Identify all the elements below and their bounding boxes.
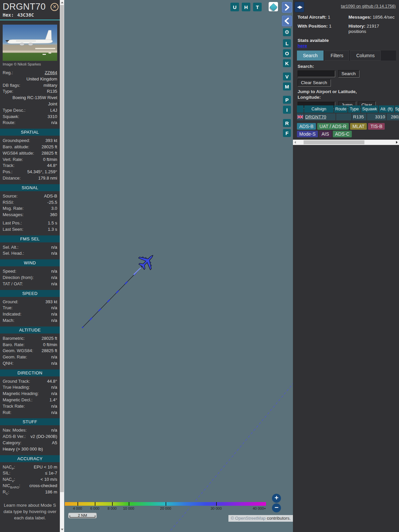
with-position-stat: With Position: 1 [298, 24, 348, 34]
column-header-route[interactable]: Route [334, 105, 347, 113]
data-value: -25.5 [47, 200, 57, 206]
data-value: n/a [51, 268, 57, 275]
data-label: Baro. Rate: [3, 342, 25, 348]
aircraft-table-header: CallsignRouteTypeSquawkAlt. (ft)Sp [297, 105, 399, 113]
map-button-t[interactable]: T [253, 3, 262, 11]
map-button-h[interactable]: H [242, 3, 250, 11]
panel-horizontal-scrollbar[interactable] [293, 140, 399, 145]
data-value: 28025 ft [42, 335, 57, 342]
data-label: TAT / OAT: [3, 281, 23, 287]
layer-switcher-button[interactable] [269, 2, 278, 11]
map-button-l[interactable]: L [283, 39, 291, 47]
zoom-in-button[interactable]: + [272, 494, 281, 503]
expand-right-button[interactable] [282, 2, 292, 13]
scroll-up-icon[interactable] [61, 2, 64, 3]
tab-filters[interactable]: Filters [325, 51, 349, 61]
search-input[interactable] [298, 70, 335, 77]
map-button-f[interactable]: F [283, 129, 291, 137]
altitude-legend-labels: 4 0006 0008 00010 00020 00030 00040 000+ [65, 506, 266, 511]
stats-here-link[interactable]: here [298, 43, 307, 48]
data-value: 1.3 s [48, 226, 57, 233]
info-row: Squawk:3310 [0, 114, 60, 120]
map-button-i[interactable]: I [283, 106, 291, 114]
scroll-down-icon[interactable] [61, 529, 64, 530]
filter-badge-mlat[interactable]: MLAT [350, 123, 367, 130]
legend-tick [77, 502, 78, 506]
column-header-altft[interactable]: Alt. (ft) [379, 105, 394, 113]
altitude-legend-bar [65, 502, 266, 506]
column-header-squawk[interactable]: Squawk [361, 105, 378, 113]
close-icon[interactable]: ✕ [51, 3, 59, 11]
data-value: 54.345°, 1.259° [27, 169, 57, 175]
section-header-spatial: SPATIAL [0, 129, 60, 136]
data-label: Baro. altitude: [3, 144, 29, 150]
data-row: True Heading:n/a [0, 384, 60, 391]
data-row: Heavy (> 300 000 lb) [0, 446, 60, 453]
aircraft-photo[interactable] [3, 25, 57, 61]
data-value: < 10 m/s [41, 476, 57, 483]
data-row: Sel. Alt.:n/a [0, 244, 60, 251]
filter-badge-ads-c[interactable]: ADS-C [333, 131, 352, 137]
legend-tick [112, 502, 113, 506]
data-value: 393 kt [46, 138, 57, 144]
map-button-o[interactable]: O [283, 49, 291, 57]
section-header-fms-sel: FMS SEL [0, 235, 60, 242]
filter-badge-ais[interactable]: AIS [319, 131, 332, 137]
registration-link[interactable]: ZZ664 [45, 70, 57, 76]
panel-width-toggle-button[interactable]: ◀▶ [295, 2, 304, 12]
column-header-type[interactable]: Type [348, 105, 360, 113]
data-row: NACV:< 10 m/s [0, 476, 60, 483]
callsign-link[interactable]: DRGNT70 [305, 114, 326, 119]
filter-badge-tis-b[interactable]: TIS-B [368, 123, 385, 130]
map-button-u[interactable]: U [230, 3, 239, 11]
aircraft-table-row[interactable]: DRGNT70R135331028025 [297, 113, 399, 120]
scroll-right-icon[interactable] [396, 141, 398, 144]
total-aircraft-label: Total Aircraft: [298, 15, 327, 20]
data-row: RSSI:-25.5 [0, 200, 60, 206]
map-button-v[interactable]: V [283, 72, 291, 80]
horizontal-scrollbar-thumb[interactable] [304, 140, 364, 144]
settings-button[interactable]: ⚙ [283, 28, 291, 36]
data-label: Vert. Rate: [3, 157, 23, 163]
data-row: Sel. Head.:n/a [0, 250, 60, 257]
scroll-left-icon[interactable] [294, 141, 296, 144]
tar1090-github-link[interactable]: tar1090 on github (3.14.1756) [341, 4, 396, 9]
type-cell: R135 [352, 113, 366, 120]
data-row: ADS-B Ver.:v2 (DO-260B) [0, 434, 60, 440]
map-button-m[interactable]: M [283, 82, 291, 90]
data-row: QNH:n/a [0, 360, 60, 367]
clear-search-button[interactable]: Clear Search [298, 79, 331, 86]
data-value: n/a [51, 305, 57, 311]
osm-attribution-link[interactable]: © OpenStreetMap [231, 516, 266, 521]
data-label: Last Seen: [3, 226, 23, 233]
data-row: Groundspeed:393 kt [0, 138, 60, 144]
sidebar-scrollbar[interactable] [60, 0, 64, 532]
map-button-r[interactable]: R [283, 119, 291, 127]
data-value: n/a [51, 403, 57, 410]
data-label: Speed: [3, 268, 16, 275]
column-header-sp[interactable]: Sp [395, 105, 399, 113]
filter-badge-ads-b[interactable]: ADS-B [297, 123, 316, 130]
collapse-left-button[interactable] [282, 15, 292, 27]
tab-columns[interactable]: Columns [350, 51, 380, 61]
map-attribution: © OpenStreetMap contributors. [228, 515, 293, 522]
data-row: Category:A5 [0, 440, 60, 446]
data-value: 0 ft/min [43, 157, 57, 163]
accent-divider [0, 20, 60, 20]
map-button-p[interactable]: P [283, 96, 291, 104]
data-row: Geom. WGS84:28825 ft [0, 348, 60, 354]
column-header-flag[interactable] [297, 105, 304, 113]
sidebar-scrollbar-thumb[interactable] [60, 5, 64, 492]
search-button[interactable]: Search [338, 70, 359, 77]
filter-badge-mode-s[interactable]: Mode-S [297, 131, 318, 137]
zoom-out-button[interactable]: − [272, 503, 281, 512]
map-button-k[interactable]: K [283, 59, 291, 67]
column-header-callsign[interactable]: Callsign [304, 105, 333, 113]
badge-row: Mode-SAISADS-C [297, 131, 385, 137]
map-canvas[interactable]: U H T ⚙ LOKVMPIRF 4 0006 0008 00010 0002… [64, 0, 293, 532]
scale-label: 2 NM [78, 513, 87, 517]
data-label: Nav. Modes: [3, 427, 27, 434]
tab-search[interactable]: Search [297, 51, 324, 61]
data-row: True:n/a [0, 305, 60, 311]
filter-badge-uat-ads-r[interactable]: UAT / ADS-R [317, 123, 349, 130]
